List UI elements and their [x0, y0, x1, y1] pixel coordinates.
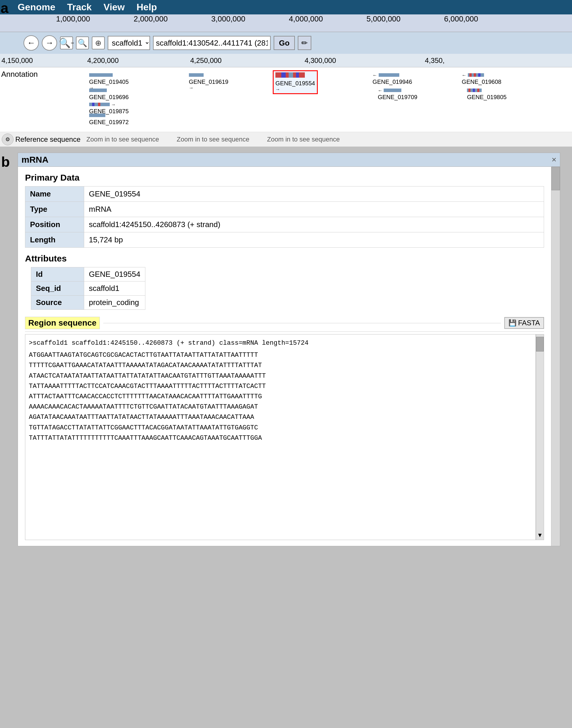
ruler-tick-4m: 4,000,000 — [289, 14, 323, 23]
sequence-scrollbar-thumb[interactable] — [536, 337, 544, 351]
table-row: Length 15,724 bp — [25, 232, 544, 248]
sequence-header-line: >scaffold1 scaffold1:4245150..4260873 (+… — [29, 338, 532, 348]
detail-tick-430: 4,300,000 — [304, 57, 336, 65]
sequence-container: >scaffold1 scaffold1:4245150..4260873 (+… — [25, 334, 544, 540]
scroll-down-arrow[interactable]: ▼ — [536, 532, 544, 539]
position-label: Position — [25, 217, 84, 232]
scaffold-select[interactable]: scaffold1 — [108, 36, 150, 50]
menu-help[interactable]: Help — [137, 2, 157, 13]
sequence-scrollbar[interactable]: ▼ — [536, 334, 544, 540]
region-sequence-header: Region sequence 💾 FASTA — [25, 317, 544, 332]
detail-tick-435: 4,350, — [425, 57, 445, 65]
gene-019608[interactable]: ← GENE_019608 — [462, 73, 501, 85]
table-row: Position scaffold1:4245150..4260873 (+ s… — [25, 217, 544, 232]
table-row: Type mRNA — [25, 202, 544, 217]
reference-sequence-label: Reference sequence — [15, 135, 80, 144]
gene-019709[interactable]: ← GENE_019709 — [378, 88, 418, 101]
seq-line-1: ATGGAATTAAGTATGCAGTCGCGACACTACTTGTAATTAT… — [29, 350, 532, 360]
zoom-hint-2: Zoom in to see sequence — [177, 136, 249, 143]
table-row: Id GENE_019554 — [31, 267, 145, 281]
ruler-tick-3m: 3,000,000 — [211, 14, 245, 23]
menu-bar: Genome Track View Help — [0, 0, 572, 14]
menu-view[interactable]: View — [103, 2, 125, 13]
mrna-title-bar: mRNA × — [18, 153, 560, 167]
annotation-label: Annotation — [1, 70, 38, 79]
mrna-info-panel-container: b mRNA × Primary Data Name — [0, 147, 572, 552]
reference-sequence-track: ⚙ Reference sequence Zoom in to see sequ… — [0, 132, 572, 147]
location-input[interactable] — [153, 36, 271, 50]
zoom-in-button[interactable]: 🔍 — [76, 36, 89, 50]
region-sequence-section: Region sequence 💾 FASTA >scaffold1 scaff… — [25, 317, 544, 540]
gene-019554-highlighted[interactable]: GENE_019554 → — [273, 70, 318, 94]
close-button[interactable]: × — [552, 155, 556, 164]
ruler-tick-6m: 6,000,000 — [444, 14, 478, 23]
position-value: scaffold1:4245150..4260873 (+ strand) — [84, 217, 544, 232]
go-button[interactable]: Go — [274, 36, 295, 50]
table-row: Source protein_coding — [31, 296, 145, 310]
sequence-display[interactable]: >scaffold1 scaffold1:4245150..4260873 (+… — [25, 334, 536, 540]
gene-019805[interactable]: GENE_019805 — [467, 88, 507, 101]
zoom-hint-1: Zoom in to see sequence — [86, 136, 159, 143]
attributes-table: Id GENE_019554 Seq_id scaffold1 Source p… — [31, 267, 145, 310]
attributes-title: Attributes — [25, 254, 544, 263]
ruler-tick-2m: 2,000,000 — [134, 14, 168, 23]
gene-019946[interactable]: ← GENE_019946 — [372, 73, 412, 85]
primary-data-table: Name GENE_019554 Type mRNA Position scaf… — [25, 186, 544, 248]
type-value: mRNA — [84, 202, 544, 217]
panel-a-label: a — [1, 0, 8, 16]
seq-line-5: ATTTACTAATTTCAACACCACCTCTTTTTTTAACATAAAC… — [29, 392, 532, 402]
length-value: 15,724 bp — [84, 232, 544, 248]
seq-line-6: AAAACAAACACACTAAAAATAATTTTCTGTTCGAATTATA… — [29, 402, 532, 412]
back-button[interactable]: ← — [23, 35, 39, 51]
primary-data-section: Primary Data Name GENE_019554 Type mRNA — [25, 173, 544, 248]
ruler-tick-5m: 5,000,000 — [367, 14, 401, 23]
detail-tick-415: 4,150,000 — [1, 57, 33, 65]
navigation-bar: ← → 🔍− 🔍 ⊕ scaffold1 Go ✏ — [0, 32, 572, 54]
fasta-button[interactable]: 💾 FASTA — [504, 317, 544, 329]
pencil-button[interactable]: ✏ — [298, 36, 311, 50]
seq-line-8: TGTTATAGACCTTATATTATTCGGAACTTTACACGGATAA… — [29, 423, 532, 433]
main-scrollbar-thumb[interactable] — [551, 167, 560, 190]
zoom-hint-3: Zoom in to see sequence — [267, 136, 340, 143]
seq-line-3: ATAACTCATAATATAATTATAATTATTATATATTAACAAT… — [29, 371, 532, 381]
name-value: GENE_019554 — [84, 186, 544, 202]
annotation-track: Annotation GENE_019405 → GENE_019619 → — [0, 67, 572, 132]
mrna-panel-title: mRNA — [21, 155, 49, 165]
ruler-tick-1m: 1,000,000 — [56, 14, 90, 23]
menu-genome[interactable]: Genome — [18, 2, 55, 13]
menu-track[interactable]: Track — [67, 2, 92, 13]
id-value: GENE_019554 — [84, 267, 145, 281]
main-scrollbar[interactable] — [551, 167, 560, 546]
fasta-icon: 💾 — [508, 319, 516, 327]
table-row: Seq_id scaffold1 — [31, 281, 145, 296]
source-label: Source — [31, 296, 84, 310]
seq-line-2: TTTTTCGAATTGAAACATATAATTTAAAAATATAGACATA… — [29, 360, 532, 371]
forward-button[interactable]: → — [42, 35, 57, 51]
seq-line-7: AGATATAACAAATAATTTAATTATATAACTTATAAAAATT… — [29, 412, 532, 422]
name-label: Name — [25, 186, 84, 202]
detail-tick-420: 4,200,000 — [87, 57, 119, 65]
panel-b-label: b — [1, 154, 10, 170]
ref-icon: ⚙ — [2, 134, 13, 145]
genome-browser-panel: a Genome Track View Help 1,000,000 2,000… — [0, 0, 572, 147]
table-row: Name GENE_019554 — [25, 186, 544, 202]
attributes-section: Attributes Id GENE_019554 Seq_id scaffol… — [25, 254, 544, 310]
primary-data-title: Primary Data — [25, 173, 544, 183]
zoom-out-button[interactable]: 🔍− — [60, 36, 73, 50]
gene-019972[interactable]: GENE_019972 — [89, 113, 129, 126]
zoom-in-button-2[interactable]: ⊕ — [92, 36, 105, 50]
seq-id-label: Seq_id — [31, 281, 84, 296]
seq-line-9: TATTTATTATATTTTTTTTTTTCAAATTTAAAGCAATTCA… — [29, 433, 532, 443]
seq-id-value: scaffold1 — [84, 281, 145, 296]
seq-line-4: TATTAAAATTTTTACTTCCATCAAACGTACTTTAAAATTT… — [29, 381, 532, 392]
type-label: Type — [25, 202, 84, 217]
gene-019696[interactable]: GENE_019696 — [89, 88, 129, 101]
region-sequence-title: Region sequence — [25, 317, 100, 329]
chromosome-ruler: 1,000,000 2,000,000 3,000,000 4,000,000 … — [0, 14, 572, 32]
detail-tick-425: 4,250,000 — [190, 57, 222, 65]
gene-019619[interactable]: GENE_019619 → — [189, 73, 229, 91]
fasta-label: FASTA — [518, 319, 540, 327]
id-label: Id — [31, 267, 84, 281]
source-value: protein_coding — [84, 296, 145, 310]
mrna-panel: mRNA × Primary Data Name GENE_019554 — [18, 153, 560, 546]
